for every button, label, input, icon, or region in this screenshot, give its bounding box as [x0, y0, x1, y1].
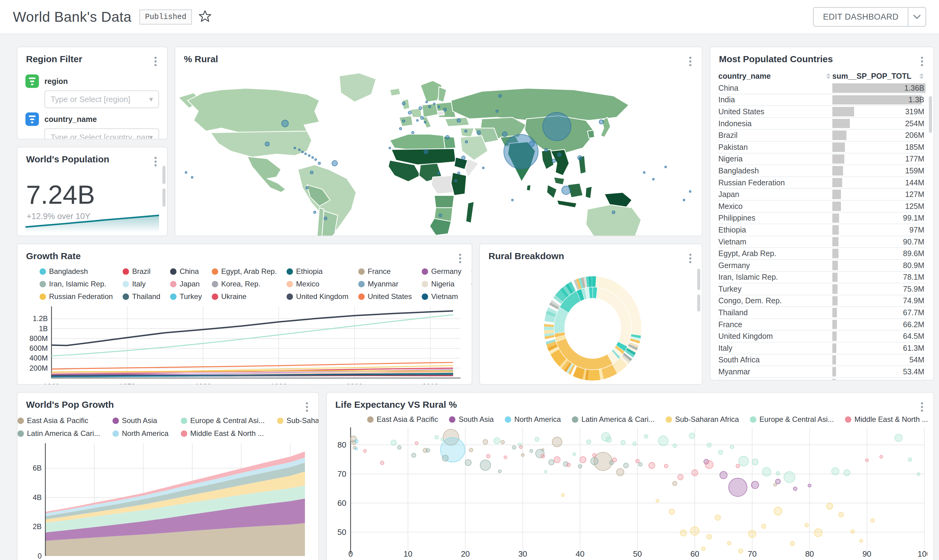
- legend-item[interactable]: Sub-Saharan Africa: [666, 415, 739, 424]
- legend-item[interactable]: North America: [112, 429, 169, 438]
- legend-item[interactable]: France: [358, 267, 412, 276]
- table-row: Philippines99.1M: [718, 212, 925, 225]
- more-options-icon[interactable]: [152, 54, 159, 69]
- favorite-star-icon[interactable]: [199, 10, 211, 24]
- legend-item[interactable]: Russian Federation: [40, 292, 113, 301]
- table-row: Mexico125M: [718, 201, 925, 212]
- legend-swatch: [181, 431, 187, 437]
- table-row: Thailand67.7M: [718, 307, 925, 319]
- more-options-icon[interactable]: [152, 154, 159, 169]
- region-select-placeholder: Type or Select [region]: [51, 95, 149, 104]
- legend-item[interactable]: Latin America & Cari...: [17, 429, 100, 438]
- sort-icon: [919, 73, 924, 79]
- population-bubble: [308, 155, 310, 157]
- population-bubble: [439, 214, 442, 217]
- svg-text:4B: 4B: [33, 493, 42, 502]
- legend-item[interactable]: India: [471, 267, 472, 276]
- legend-item[interactable]: South Asia: [112, 416, 169, 425]
- legend-swatch: [367, 416, 374, 423]
- population-bubble: [443, 108, 446, 111]
- legend-item[interactable]: Middle East & North ...: [181, 429, 265, 438]
- legend-item[interactable]: Ethiopia: [286, 267, 348, 276]
- life-expectancy-chart: 506070800102030405060708090100: [333, 426, 927, 557]
- population-bubble: [482, 167, 484, 169]
- published-badge: Published: [139, 9, 192, 25]
- legend-swatch: [422, 281, 428, 287]
- region-select[interactable]: Type or Select [region] ▾: [45, 90, 159, 108]
- legend-item[interactable]: East Asia & Pacific: [17, 416, 100, 425]
- legend-swatch: [358, 294, 365, 300]
- legend-item[interactable]: South Asia: [449, 415, 494, 424]
- population-bubble: [302, 151, 303, 153]
- scrollbar[interactable]: [162, 188, 165, 207]
- legend-label: South Asia: [122, 416, 157, 425]
- legend-item[interactable]: Mexico: [286, 280, 348, 288]
- scrollbar[interactable]: [162, 166, 165, 184]
- edit-dashboard-button[interactable]: EDIT DASHBOARD: [813, 7, 908, 27]
- legend-item[interactable]: Korea, Rep.: [212, 280, 277, 288]
- legend-item[interactable]: Sub-Saharan Africa: [277, 416, 319, 425]
- column-header-country[interactable]: country_name: [718, 72, 832, 81]
- legend-swatch: [358, 268, 365, 275]
- table-row: India1.3B: [718, 94, 925, 106]
- legend-label: Middle East & North ...: [190, 429, 264, 438]
- country-name-select[interactable]: Type or Select [country_name] ▾: [45, 128, 159, 139]
- legend-item[interactable]: China: [170, 267, 202, 276]
- legend-item[interactable]: United Kingdom: [286, 292, 348, 301]
- table-row: Russian Federation144M: [718, 177, 925, 189]
- legend-item[interactable]: Bangladesh: [40, 267, 113, 276]
- legend-item[interactable]: East Asia & Pacific: [367, 415, 438, 424]
- legend-item[interactable]: North America: [505, 415, 561, 424]
- legend-swatch: [123, 268, 129, 275]
- more-options-icon[interactable]: [303, 400, 311, 414]
- more-options-icon[interactable]: [687, 251, 694, 266]
- legend-label: Latin America & Cari...: [581, 415, 654, 424]
- legend-item[interactable]: Europe & Central Asi...: [181, 416, 265, 425]
- population-bubble: [408, 111, 411, 114]
- table-row: Myanmar53.4M: [718, 366, 925, 378]
- svg-text:2010: 2010: [422, 382, 438, 385]
- legend-item[interactable]: Europe & Central Asi...: [750, 415, 834, 424]
- more-options-icon[interactable]: [919, 54, 925, 69]
- population-bubble: [426, 101, 428, 103]
- legend-label: North America: [122, 429, 169, 438]
- population-title: World's Population: [26, 154, 109, 165]
- column-header-population[interactable]: sum__SP_POP_TOTL: [832, 72, 925, 81]
- population-bubble: [578, 155, 582, 160]
- scrollbar[interactable]: [697, 269, 700, 290]
- legend-item[interactable]: Italy: [123, 280, 160, 288]
- pop-growth-title: World's Pop Growth: [26, 400, 114, 410]
- legend-item[interactable]: Germany: [422, 267, 462, 276]
- population-bubble: [653, 178, 654, 180]
- population-bubble: [332, 160, 337, 166]
- scrollbar[interactable]: [697, 294, 700, 312]
- more-options-icon[interactable]: [919, 400, 925, 414]
- legend-item[interactable]: Iran, Islamic Rep.: [40, 280, 113, 288]
- legend-item[interactable]: Latin America & Cari...: [572, 415, 654, 424]
- legend-label: United Kingdom: [296, 292, 348, 301]
- scrollbar[interactable]: [929, 96, 932, 133]
- more-options-icon[interactable]: [457, 251, 464, 266]
- edit-menu-chevron-icon[interactable]: [908, 7, 926, 27]
- legend-item[interactable]: Turkey: [170, 292, 202, 301]
- legend-item[interactable]: Thailand: [123, 292, 160, 301]
- legend-item[interactable]: Ukraine: [212, 292, 277, 301]
- legend-item[interactable]: Nigeria: [422, 280, 462, 288]
- more-options-icon[interactable]: [687, 54, 694, 69]
- svg-text:1990: 1990: [271, 382, 287, 385]
- legend-swatch: [40, 294, 46, 300]
- legend-item[interactable]: United States: [358, 292, 412, 301]
- legend-swatch: [422, 268, 428, 275]
- population-bubble: [438, 106, 440, 108]
- legend-item[interactable]: Vietnam: [422, 292, 462, 301]
- table-row: Japan127M: [718, 189, 925, 201]
- legend-item[interactable]: Egypt, Arab Rep.: [212, 267, 277, 276]
- legend-item[interactable]: Middle East & North ...: [845, 415, 928, 424]
- legend-item[interactable]: Japan: [170, 280, 202, 288]
- legend-item[interactable]: Pakistan: [471, 280, 472, 288]
- svg-text:600M: 600M: [29, 344, 48, 352]
- legend-item[interactable]: Myanmar: [358, 280, 412, 288]
- legend-item[interactable]: Brazil: [123, 267, 160, 276]
- population-bubble: [545, 149, 548, 152]
- legend-label: East Asia & Pacific: [377, 415, 438, 424]
